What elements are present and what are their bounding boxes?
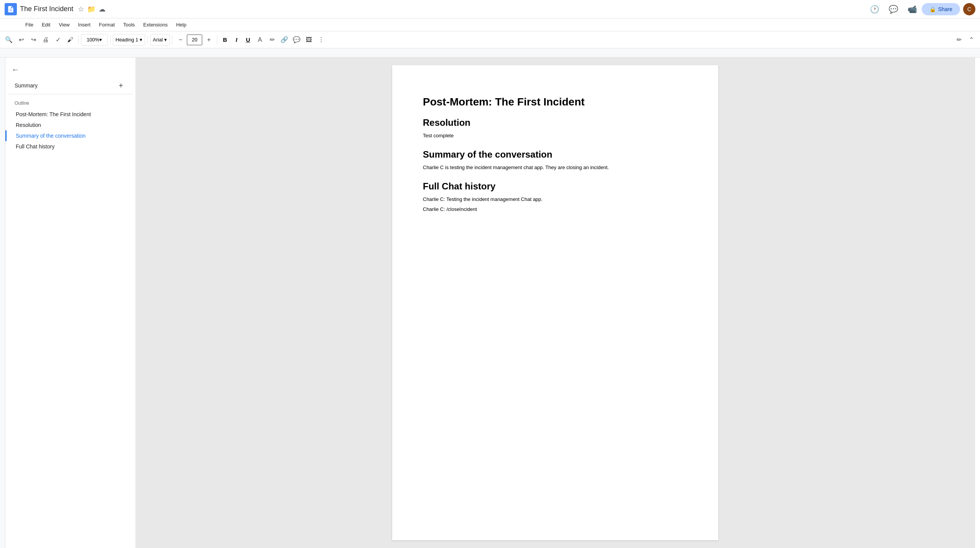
font-size-decrease-icon[interactable]: −: [175, 34, 186, 46]
star-icon[interactable]: ☆: [78, 5, 84, 13]
underline-button[interactable]: U: [243, 35, 253, 45]
more-options-icon[interactable]: ⋮: [315, 34, 327, 46]
summary-label: Summary: [15, 82, 38, 89]
summary-section: Summary +: [8, 77, 132, 94]
menu-view[interactable]: View: [55, 20, 73, 29]
outline-items: Post-Mortem: The First Incident Resoluti…: [5, 107, 135, 153]
toolbar-divider-4: [172, 35, 172, 44]
font-size-value: 20: [192, 37, 197, 43]
section-heading-2: Full Chat history: [423, 181, 688, 192]
outline-item-1[interactable]: Resolution: [5, 120, 135, 130]
ruler: [0, 48, 980, 58]
paint-format-icon[interactable]: 🖌: [64, 34, 76, 46]
heading-style-value: Heading 1: [115, 37, 138, 43]
right-scroll-bar: [975, 58, 980, 548]
print-icon[interactable]: 🖨: [40, 34, 51, 46]
bold-button[interactable]: B: [219, 35, 230, 45]
toolbar-divider-3: [147, 35, 148, 44]
toolbar-divider-2: [110, 35, 111, 44]
menu-insert[interactable]: Insert: [74, 20, 94, 29]
page-area[interactable]: Post-Mortem: The First Incident Resoluti…: [136, 58, 975, 548]
heading-dropdown-icon: ▾: [140, 37, 142, 43]
font-size-input[interactable]: 20: [187, 35, 202, 45]
meet-icon[interactable]: 📹: [906, 3, 919, 15]
italic-button[interactable]: I: [231, 35, 242, 45]
sidebar: ← Summary + Outline Post-Mortem: The Fir…: [5, 58, 136, 548]
share-button[interactable]: 🔒 Share: [922, 3, 960, 15]
zoom-value: 100%: [87, 37, 99, 43]
folder-icon[interactable]: 📁: [87, 5, 96, 13]
section-body-2-1: Charlie C: /closeIncident: [423, 206, 688, 214]
section-body-1-0: Charlie C is testing the incident manage…: [423, 164, 688, 172]
zoom-dropdown-icon: ▾: [99, 37, 102, 43]
add-summary-button[interactable]: +: [115, 80, 126, 91]
section-heading-0: Resolution: [423, 117, 688, 128]
title-action-icons: ☆ 📁 ☁: [78, 5, 106, 13]
heading-style-selector[interactable]: Heading 1 ▾: [113, 34, 145, 46]
link-icon[interactable]: 🔗: [279, 34, 290, 46]
spellcheck-icon[interactable]: ✓: [52, 34, 64, 46]
main-area: ← Summary + Outline Post-Mortem: The Fir…: [0, 58, 980, 548]
document-title: The First Incident: [20, 5, 73, 13]
toolbar-divider-1: [78, 35, 79, 44]
left-ruler: [0, 58, 5, 548]
share-label: Share: [938, 6, 952, 12]
history-icon[interactable]: 🕐: [868, 3, 881, 15]
font-family-value: Arial: [153, 37, 163, 43]
zoom-selector[interactable]: 100% ▾: [81, 34, 108, 46]
toolbar: 🔍 ↩ ↪ 🖨 ✓ 🖌 100% ▾ Heading 1 ▾ Arial ▾ −…: [0, 31, 980, 48]
document-page: Post-Mortem: The First Incident Resoluti…: [392, 65, 718, 540]
text-color-icon[interactable]: A: [254, 34, 266, 46]
undo-icon[interactable]: ↩: [15, 34, 27, 46]
outline-label: Outline: [5, 97, 135, 107]
menu-format[interactable]: Format: [95, 20, 119, 29]
sidebar-back-button[interactable]: ←: [5, 62, 135, 77]
image-icon[interactable]: 🖼: [303, 34, 315, 46]
font-size-increase-icon[interactable]: +: [203, 34, 214, 46]
ruler-content: [130, 48, 980, 57]
menu-bar: File Edit View Insert Format Tools Exten…: [0, 18, 980, 31]
outline-item-3[interactable]: Full Chat history: [5, 141, 135, 152]
edit-mode-icon[interactable]: ✏: [953, 34, 965, 46]
top-right-actions: 🕐 💬 📹: [868, 3, 919, 15]
section-body-0-0: Test complete: [423, 132, 688, 140]
section-heading-1: Summary of the conversation: [423, 149, 688, 160]
google-docs-icon: [5, 3, 17, 15]
font-family-selector[interactable]: Arial ▾: [150, 34, 170, 46]
menu-tools[interactable]: Tools: [119, 20, 139, 29]
font-dropdown-icon: ▾: [164, 37, 167, 43]
search-toolbar-icon[interactable]: 🔍: [3, 34, 15, 46]
avatar[interactable]: C: [963, 3, 975, 15]
menu-edit[interactable]: Edit: [38, 20, 54, 29]
comment-icon[interactable]: 💬: [291, 34, 302, 46]
outline-item-0[interactable]: Post-Mortem: The First Incident: [5, 109, 135, 120]
title-bar: The First Incident ☆ 📁 ☁ 🕐 💬 📹 🔒 Share C: [0, 0, 980, 18]
highlight-icon[interactable]: ✏: [266, 34, 278, 46]
section-body-2-0: Charlie C: Testing the incident manageme…: [423, 196, 688, 204]
toolbar-divider-5: [217, 35, 217, 44]
document-title-heading: Post-Mortem: The First Incident: [423, 96, 688, 108]
cloud-icon[interactable]: ☁: [99, 5, 106, 13]
lock-icon: 🔒: [929, 6, 936, 12]
redo-icon[interactable]: ↪: [28, 34, 39, 46]
comments-icon[interactable]: 💬: [887, 3, 900, 15]
outline-item-2[interactable]: Summary of the conversation: [5, 130, 135, 141]
menu-extensions[interactable]: Extensions: [139, 20, 172, 29]
menu-file[interactable]: File: [21, 20, 37, 29]
collapse-icon[interactable]: ⌃: [965, 34, 977, 46]
menu-help[interactable]: Help: [172, 20, 190, 29]
